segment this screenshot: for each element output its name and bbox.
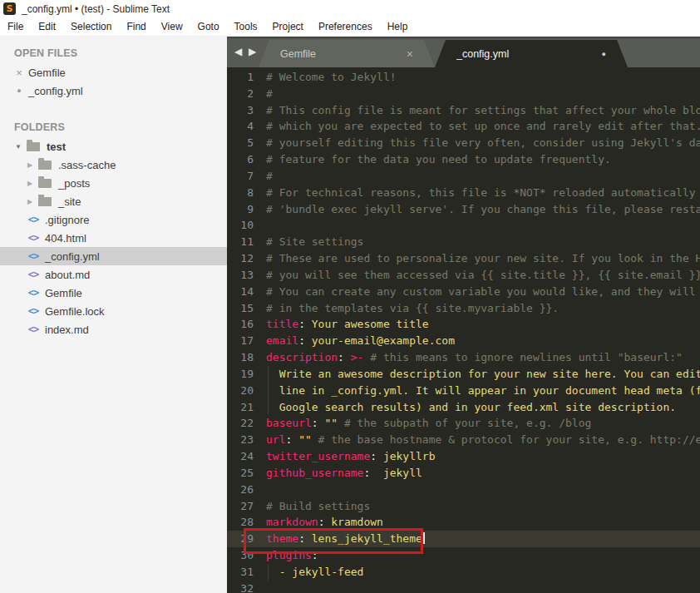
- plain-token: :: [312, 549, 318, 561]
- prev-tab-arrow-icon[interactable]: ◀: [232, 46, 244, 57]
- line-number: 29: [227, 531, 254, 547]
- code-line[interactable]: 7#: [227, 168, 700, 185]
- code-line[interactable]: 27# Build settings: [227, 498, 700, 515]
- code-line[interactable]: 1# Welcome to Jekyll!: [227, 69, 700, 86]
- code-line[interactable]: 9# 'bundle exec jekyll serve'. If you ch…: [227, 201, 700, 218]
- tab-label: _config.yml: [456, 48, 595, 60]
- code-line[interactable]: 21 Google search results) and in your fe…: [227, 399, 700, 416]
- tab-label: Gemfile: [280, 48, 400, 60]
- tree-row-gitignore[interactable]: <>.gitignore: [0, 210, 227, 229]
- menu-item-find[interactable]: Find: [119, 17, 153, 36]
- line-number: 10: [227, 217, 254, 234]
- code-line[interactable]: 24twitter_username: jekyllrb: [227, 448, 700, 465]
- file-type-icon: <>: [25, 324, 42, 335]
- menu-item-help[interactable]: Help: [380, 17, 416, 36]
- tab-gemfile[interactable]: Gemfile×: [259, 40, 435, 67]
- code-line[interactable]: 8# For technical reasons, this file is *…: [227, 185, 700, 201]
- code-line[interactable]: 2#: [227, 86, 700, 102]
- tree-row-about-md[interactable]: <>about.md: [0, 265, 227, 284]
- code-line[interactable]: 4# which you are expected to set up once…: [227, 118, 700, 135]
- open-file-row[interactable]: ×Gemfile: [0, 63, 227, 82]
- code-line[interactable]: 23url: "" # the base hostname & protocol…: [227, 432, 700, 448]
- line-number: 28: [227, 514, 254, 531]
- code-line[interactable]: 16title: Your awesome title: [227, 316, 700, 333]
- key-token: baseurl: [266, 417, 312, 429]
- code-line[interactable]: 10: [227, 217, 700, 234]
- collapse-arrow-icon[interactable]: ▶: [25, 198, 35, 205]
- line-number: 20: [227, 383, 254, 399]
- key-token: theme: [266, 532, 298, 545]
- code-line[interactable]: 30plugins:: [227, 547, 700, 564]
- code-line[interactable]: 26: [227, 482, 700, 498]
- collapse-arrow-icon[interactable]: ▶: [25, 161, 35, 169]
- tab-close-icon[interactable]: ×: [407, 47, 413, 61]
- tree-row-test[interactable]: ▼test: [0, 137, 227, 156]
- code-line[interactable]: 29theme: lens_jekyll_theme: [227, 531, 700, 547]
- code-line-content: # You can create any custom variable you…: [254, 284, 700, 300]
- folder-icon: [38, 161, 52, 170]
- code-line-content: # For technical reasons, this file is *N…: [254, 185, 700, 201]
- open-file-row[interactable]: ●_config.yml: [0, 82, 227, 100]
- key-token: plugins: [266, 549, 312, 561]
- code-line[interactable]: 12# These are used to personalize your n…: [227, 250, 700, 267]
- menu-item-project[interactable]: Project: [265, 17, 311, 36]
- menu-item-file[interactable]: File: [0, 17, 31, 36]
- expand-arrow-icon[interactable]: ▼: [13, 143, 23, 151]
- window-titlebar: S _config.yml • (test) - Sublime Text: [0, 0, 700, 17]
- open-file-label: Gemfile: [28, 67, 66, 79]
- menu-item-preferences[interactable]: Preferences: [311, 17, 380, 36]
- code-editor[interactable]: 1# Welcome to Jekyll!2#3# This config fi…: [227, 67, 700, 593]
- comment-token: # feature for the data you need to updat…: [266, 153, 611, 166]
- comment-token: # Site settings: [266, 235, 363, 248]
- comment-token: # Build settings: [266, 500, 370, 512]
- key-token: url: [266, 433, 285, 446]
- value-token: Your awesome title: [312, 318, 429, 330]
- code-line[interactable]: 31 - jekyll-feed: [227, 564, 700, 581]
- line-number: 7: [227, 168, 254, 185]
- tab-config-yml[interactable]: _config.yml●: [435, 40, 628, 67]
- code-line-content: # Build settings: [254, 498, 700, 515]
- code-line[interactable]: 14# You can create any custom variable y…: [227, 284, 700, 300]
- editor-column: ◀ ▶ Gemfile×_config.yml● 1# Welcome to J…: [227, 37, 700, 593]
- menu-item-selection[interactable]: Selection: [63, 17, 119, 36]
- menu-item-tools[interactable]: Tools: [227, 17, 265, 36]
- code-line-content: [254, 581, 700, 593]
- menu-item-view[interactable]: View: [154, 17, 190, 36]
- code-line[interactable]: 25github_username: jekyll: [227, 465, 700, 482]
- code-line[interactable]: 13# you will see them accessed via {{ si…: [227, 267, 700, 284]
- code-line[interactable]: 17email: your-email@example.com: [227, 333, 700, 349]
- code-line[interactable]: 5# yourself editing this file very often…: [227, 135, 700, 151]
- line-number: 1: [227, 69, 254, 86]
- code-line[interactable]: 3# This config file is meant for setting…: [227, 102, 700, 119]
- tree-row-site[interactable]: ▶_site: [0, 192, 227, 210]
- menu-item-edit[interactable]: Edit: [31, 17, 63, 36]
- tabs-list: Gemfile×_config.yml●: [259, 40, 628, 67]
- folder-tree: ▼test▶.sass-cache▶_posts▶_site<>.gitigno…: [0, 137, 227, 339]
- tree-row-posts[interactable]: ▶_posts: [0, 174, 227, 192]
- code-line[interactable]: 15# in the templates via {{ site.myvaria…: [227, 300, 700, 317]
- collapse-arrow-icon[interactable]: ▶: [25, 180, 35, 187]
- value-token: lens_jekyll_theme: [312, 532, 422, 545]
- tree-row-sass-cache[interactable]: ▶.sass-cache: [0, 156, 227, 174]
- code-line[interactable]: 22baseurl: "" # the subpath of your site…: [227, 415, 700, 432]
- code-line[interactable]: 20 line in _config.yml. It will appear i…: [227, 383, 700, 399]
- code-line[interactable]: 28markdown: kramdown: [227, 514, 700, 531]
- tree-row-index-md[interactable]: <>index.md: [0, 320, 227, 339]
- code-line[interactable]: 11# Site settings: [227, 234, 700, 250]
- close-icon[interactable]: ×: [13, 67, 25, 79]
- comment-token: # For technical reasons, this file is *N…: [266, 186, 700, 199]
- tree-row-404-html[interactable]: <>404.html: [0, 229, 227, 247]
- menu-item-goto[interactable]: Goto: [190, 17, 227, 36]
- next-tab-arrow-icon[interactable]: ▶: [246, 46, 259, 57]
- open-files-list: ×Gemfile●_config.yml: [0, 63, 227, 100]
- code-line[interactable]: 32: [227, 581, 700, 593]
- code-line-content: # These are used to personalize your new…: [254, 250, 700, 267]
- tree-row-gemfile[interactable]: <>Gemfile: [0, 284, 227, 302]
- code-line[interactable]: 19 Write an awesome description for your…: [227, 366, 700, 383]
- tree-row-config-yml[interactable]: <>_config.yml: [0, 247, 227, 265]
- comment-token: # You can create any custom variable you…: [266, 285, 700, 298]
- code-line-content: [254, 482, 700, 498]
- code-line[interactable]: 18description: >- # this means to ignore…: [227, 349, 700, 366]
- tree-row-gemfile-lock[interactable]: <>Gemfile.lock: [0, 302, 227, 320]
- code-line[interactable]: 6# feature for the data you need to upda…: [227, 151, 700, 168]
